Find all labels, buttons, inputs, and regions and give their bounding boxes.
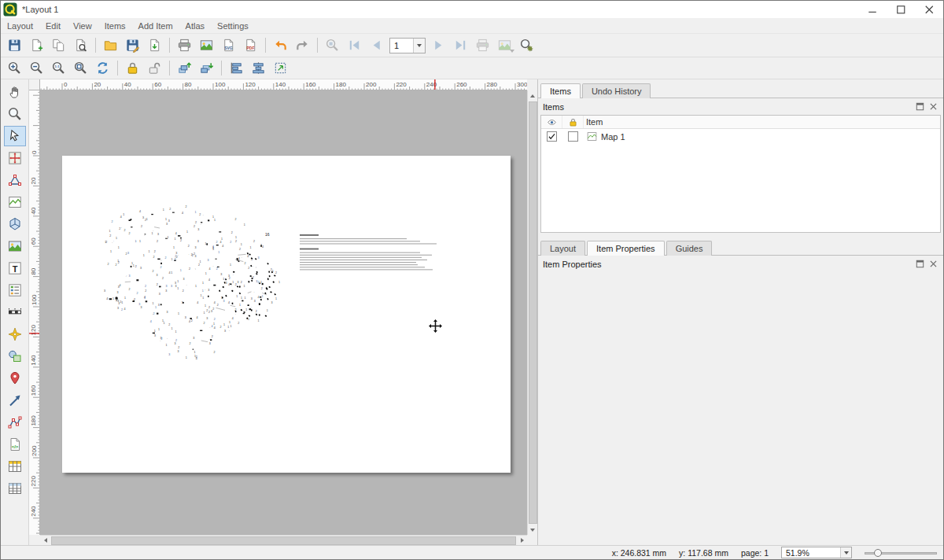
zoom-slider[interactable]: [865, 547, 937, 558]
lock-checkbox[interactable]: [568, 131, 578, 142]
move-item-content-tool-button[interactable]: [4, 148, 26, 168]
add-map-tool-button[interactable]: [4, 192, 26, 212]
print-button[interactable]: [174, 35, 195, 55]
new-layout-button[interactable]: [26, 35, 47, 55]
close-panel-icon[interactable]: [928, 101, 938, 112]
svg-text:4: 4: [197, 301, 198, 304]
add-items-from-template-button[interactable]: [144, 35, 165, 55]
add-shape-tool-button[interactable]: [4, 346, 26, 367]
scroll-right-button[interactable]: [517, 536, 527, 546]
zoom-slider-handle[interactable]: [874, 549, 882, 557]
menu-add-item[interactable]: Add Item: [132, 19, 179, 33]
refresh-button[interactable]: [92, 58, 113, 78]
layout-manager-button[interactable]: [70, 35, 91, 55]
menu-items[interactable]: Items: [98, 19, 132, 33]
lock-selected-items-button[interactable]: [122, 58, 143, 78]
svg-text:1: 1: [186, 230, 188, 234]
select-move-item-tool-button[interactable]: [4, 126, 26, 146]
previous-feature-button[interactable]: [366, 35, 387, 55]
export-atlas-button[interactable]: [494, 35, 515, 55]
scroll-up-button[interactable]: [528, 90, 538, 101]
atlas-settings-button[interactable]: [516, 35, 537, 55]
zoom-in-button[interactable]: [4, 58, 25, 78]
tab-item-properties[interactable]: Item Properties: [587, 241, 665, 256]
tab-items[interactable]: Items: [540, 83, 581, 98]
add-attribute-table-tool-button[interactable]: [4, 456, 26, 477]
duplicate-layout-button[interactable]: [48, 35, 69, 55]
float-properties-icon[interactable]: [915, 259, 925, 269]
add-3d-map-tool-button[interactable]: [4, 214, 26, 234]
svg-text:3: 3: [195, 255, 197, 258]
zoom-tool-button[interactable]: [4, 104, 26, 124]
zoom-actual-button[interactable]: 1:1: [48, 58, 69, 78]
redo-button[interactable]: [292, 35, 313, 55]
add-scalebar-tool-button[interactable]: [4, 302, 26, 322]
menu-view[interactable]: View: [67, 19, 98, 33]
preview-atlas-button[interactable]: [322, 35, 343, 55]
resize-items-button[interactable]: [270, 58, 291, 78]
print-atlas-button[interactable]: [472, 35, 493, 55]
add-html-tool-button[interactable]: </>: [4, 434, 26, 455]
tab-guides[interactable]: Guides: [666, 241, 713, 256]
items-panel-title: Items: [543, 102, 564, 112]
scroll-left-button[interactable]: [40, 536, 50, 546]
add-label-tool-button[interactable]: T: [4, 258, 26, 278]
svg-text:2: 2: [217, 304, 219, 307]
svg-text:.: .: [121, 226, 122, 229]
zoom-out-button[interactable]: [26, 58, 47, 78]
export-image-button[interactable]: [196, 35, 217, 55]
atlas-page-combo[interactable]: 1: [389, 38, 426, 53]
menu-atlas[interactable]: Atlas: [179, 19, 211, 33]
scroll-down-button[interactable]: [528, 525, 538, 535]
vertical-scrollbar[interactable]: [527, 90, 537, 535]
titlebar[interactable]: *Layout 1: [1, 1, 943, 18]
raise-items-button[interactable]: [174, 58, 195, 78]
horizontal-scrollbar-thumb[interactable]: [51, 536, 516, 545]
save-project-button[interactable]: [4, 35, 25, 55]
close-button[interactable]: [915, 1, 943, 18]
vertical-scrollbar-thumb[interactable]: [529, 101, 537, 524]
first-feature-button[interactable]: [344, 35, 365, 55]
tab-undo-history[interactable]: Undo History: [582, 83, 651, 98]
distribute-items-button[interactable]: [248, 58, 269, 78]
add-legend-tool-button[interactable]: [4, 280, 26, 300]
align-items-button[interactable]: [226, 58, 247, 78]
add-marker-tool-button[interactable]: [4, 368, 26, 389]
float-panel-icon[interactable]: [915, 101, 925, 112]
layout-view[interactable]: 131132.1212241.4432422222.221.32.3214413…: [40, 90, 527, 535]
last-feature-button[interactable]: [450, 35, 471, 55]
unlock-all-button[interactable]: [144, 58, 165, 78]
item-row-map1[interactable]: Map 1: [541, 129, 940, 144]
export-pdf-button[interactable]: PDF: [240, 35, 261, 55]
pan-tool-button[interactable]: [4, 82, 26, 102]
zoom-full-button[interactable]: [70, 58, 91, 78]
next-feature-button[interactable]: [428, 35, 449, 55]
add-arrow-tool-button[interactable]: [4, 390, 26, 411]
add-north-arrow-tool-button[interactable]: [4, 324, 26, 344]
visibility-checkbox[interactable]: [547, 131, 557, 142]
zoom-level-combo[interactable]: 51.9%: [781, 547, 852, 558]
lower-items-button[interactable]: [196, 58, 217, 78]
export-svg-button[interactable]: SVG: [218, 35, 239, 55]
svg-text:4: 4: [197, 316, 198, 319]
close-properties-icon[interactable]: [928, 259, 938, 269]
menu-layout[interactable]: Layout: [1, 19, 39, 33]
horizontal-scrollbar[interactable]: [40, 535, 527, 545]
atlas-page-dropdown[interactable]: [413, 39, 425, 53]
save-as-template-button[interactable]: [122, 35, 143, 55]
load-template-button[interactable]: [100, 35, 121, 55]
add-fixed-table-tool-button[interactable]: [4, 478, 26, 499]
add-node-item-tool-button[interactable]: [4, 412, 26, 433]
maximize-button[interactable]: [887, 1, 915, 18]
tab-layout[interactable]: Layout: [540, 241, 585, 256]
svg-text:2: 2: [245, 262, 246, 265]
layout-page[interactable]: 131132.1212241.4432422222.221.32.3214413…: [62, 156, 511, 473]
minimize-button[interactable]: [858, 1, 887, 18]
undo-button[interactable]: [270, 35, 291, 55]
add-picture-tool-button[interactable]: [4, 236, 26, 256]
svg-text:1: 1: [214, 219, 216, 222]
menu-edit[interactable]: Edit: [39, 19, 67, 33]
edit-nodes-item-tool-button[interactable]: [4, 170, 26, 190]
zoom-combo-dropdown[interactable]: [840, 547, 851, 558]
menu-settings[interactable]: Settings: [211, 19, 255, 33]
